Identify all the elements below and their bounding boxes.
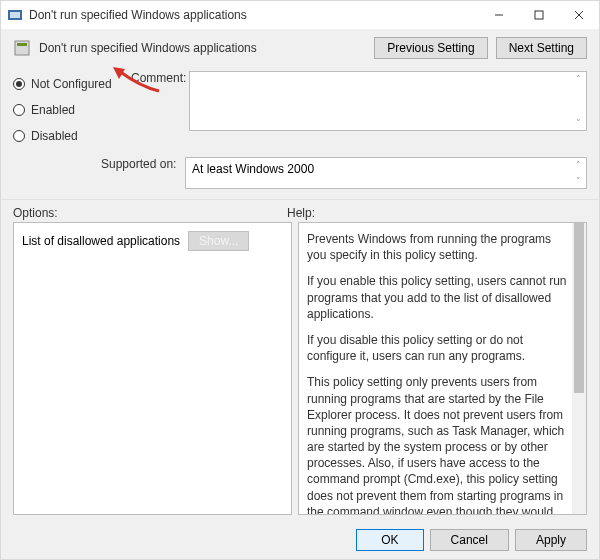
scroll-down-icon: ˅ bbox=[572, 118, 584, 128]
window-controls bbox=[479, 1, 599, 29]
comment-textarea[interactable]: ˄ ˅ bbox=[189, 71, 587, 131]
radio-dot-icon bbox=[13, 130, 25, 142]
scrollbar[interactable] bbox=[572, 223, 586, 514]
ok-button[interactable]: OK bbox=[356, 529, 423, 551]
radio-label: Not Configured bbox=[31, 77, 112, 91]
supported-on-box: At least Windows 2000 ˄ ˅ bbox=[185, 157, 587, 189]
scroll-down-icon: ˅ bbox=[572, 176, 584, 186]
radio-label: Disabled bbox=[31, 129, 78, 143]
disallowed-list-label: List of disallowed applications bbox=[22, 234, 180, 248]
cancel-button[interactable]: Cancel bbox=[430, 529, 509, 551]
app-icon bbox=[7, 7, 23, 23]
comment-label: Comment: bbox=[131, 71, 189, 131]
scrollbar[interactable]: ˄ ˅ bbox=[572, 160, 584, 186]
radio-dot-icon bbox=[13, 104, 25, 116]
help-text: Prevents Windows from running the progra… bbox=[307, 231, 568, 263]
maximize-button[interactable] bbox=[519, 1, 559, 29]
header: Don't run specified Windows applications… bbox=[1, 29, 599, 63]
radio-enabled[interactable]: Enabled bbox=[13, 97, 119, 123]
titlebar: Don't run specified Windows applications bbox=[1, 1, 599, 29]
scrollbar-thumb[interactable] bbox=[574, 223, 584, 393]
supported-on-label: Supported on: bbox=[101, 157, 185, 171]
help-text: This policy setting only prevents users … bbox=[307, 374, 568, 515]
previous-setting-button[interactable]: Previous Setting bbox=[374, 37, 487, 59]
close-button[interactable] bbox=[559, 1, 599, 29]
policy-title: Don't run specified Windows applications bbox=[39, 41, 374, 55]
radio-not-configured[interactable]: Not Configured bbox=[13, 71, 119, 97]
help-text: If you disable this policy setting or do… bbox=[307, 332, 568, 364]
show-button[interactable]: Show... bbox=[188, 231, 249, 251]
radio-label: Enabled bbox=[31, 103, 75, 117]
dialog-footer: OK Cancel Apply bbox=[1, 521, 599, 559]
svg-rect-1 bbox=[10, 12, 20, 18]
svg-rect-7 bbox=[17, 43, 27, 46]
apply-button[interactable]: Apply bbox=[515, 529, 587, 551]
next-setting-button[interactable]: Next Setting bbox=[496, 37, 587, 59]
options-heading: Options: bbox=[13, 206, 287, 220]
supported-on-value: At least Windows 2000 bbox=[192, 162, 314, 176]
state-radio-group: Not Configured Enabled Disabled bbox=[1, 63, 131, 153]
scroll-up-icon: ˄ bbox=[572, 160, 584, 170]
radio-disabled[interactable]: Disabled bbox=[13, 123, 119, 149]
policy-icon bbox=[13, 39, 31, 57]
svg-rect-3 bbox=[535, 11, 543, 19]
options-pane: List of disallowed applications Show... bbox=[13, 222, 292, 515]
scrollbar[interactable]: ˄ ˅ bbox=[572, 74, 584, 128]
help-heading: Help: bbox=[287, 206, 315, 220]
minimize-button[interactable] bbox=[479, 1, 519, 29]
radio-dot-icon bbox=[13, 78, 25, 90]
policy-editor-window: Don't run specified Windows applications… bbox=[0, 0, 600, 560]
window-title: Don't run specified Windows applications bbox=[29, 8, 479, 22]
help-pane[interactable]: Prevents Windows from running the progra… bbox=[298, 222, 587, 515]
help-text: If you enable this policy setting, users… bbox=[307, 273, 568, 322]
scroll-up-icon: ˄ bbox=[572, 74, 584, 84]
